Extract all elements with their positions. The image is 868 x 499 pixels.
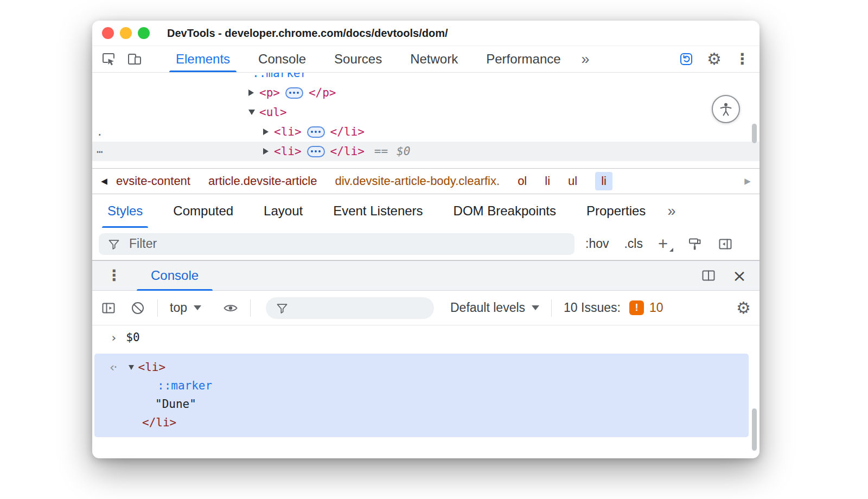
accessibility-person-icon: [718, 101, 733, 117]
clipped-text: .: [97, 126, 103, 138]
expand-arrow-icon[interactable]: [263, 129, 269, 135]
dom-tree: ::marker <p> </p> <ul> . <li> </li> ⋯ <l…: [92, 73, 760, 168]
execution-context-selector[interactable]: top: [170, 300, 201, 315]
tab-styles[interactable]: Styles: [92, 194, 158, 228]
console-command-echo[interactable]: › $0: [92, 325, 760, 349]
styles-filter-bar: :hov .cls +: [92, 228, 760, 260]
styles-sidebar-tabs: Styles Computed Layout Event Listeners D…: [92, 194, 760, 228]
tab-performance[interactable]: Performance: [472, 46, 575, 72]
console-settings-icon[interactable]: ⚙: [736, 300, 751, 316]
element-breadcrumbs: ◀ evsite-content article.devsite-article…: [92, 168, 760, 194]
filter-funnel-icon: [276, 302, 289, 315]
breadcrumb-item[interactable]: li: [545, 174, 550, 188]
collapse-arrow-icon[interactable]: [248, 110, 255, 115]
tab-computed[interactable]: Computed: [158, 194, 248, 228]
drawer-menu-icon[interactable]: ⋮: [92, 261, 131, 290]
split-panel-icon[interactable]: [701, 268, 716, 283]
output-arrow-icon: ‹·: [110, 360, 117, 374]
filter-funnel-icon: [107, 238, 120, 251]
console-sidebar-icon[interactable]: [101, 300, 116, 316]
console-scrollbar[interactable]: [752, 408, 757, 451]
tree-scrollbar[interactable]: [752, 124, 757, 143]
new-style-rule-button[interactable]: +: [658, 235, 672, 252]
settings-gear-icon[interactable]: ⚙: [707, 51, 722, 67]
console-filter-input[interactable]: [296, 301, 452, 315]
breadcrumb-item[interactable]: evsite-content: [116, 174, 190, 188]
breadcrumb-right-icon[interactable]: ▶: [736, 177, 760, 185]
tree-row-marker[interactable]: ::marker: [92, 73, 760, 83]
tab-sources[interactable]: Sources: [320, 46, 396, 72]
devtools-window: DevTools - developer.chrome.com/docs/dev…: [92, 21, 760, 458]
chevron-down-icon: [532, 305, 539, 310]
accessibility-button[interactable]: [712, 95, 740, 123]
tree-row-p[interactable]: <p> </p>: [92, 83, 760, 103]
rendering-emulation-icon[interactable]: [687, 236, 703, 252]
expand-arrow-icon[interactable]: [248, 89, 254, 96]
dock-sidebar-icon[interactable]: [718, 236, 733, 252]
tab-dom-breakpoints[interactable]: DOM Breakpoints: [438, 194, 571, 228]
breadcrumb-item[interactable]: ol: [518, 174, 527, 188]
close-window-button[interactable]: [102, 27, 114, 39]
style-filter-field[interactable]: [99, 233, 575, 255]
tree-row-li-selected[interactable]: ⋯ <li> </li> == $0: [92, 142, 760, 161]
console-result-selected[interactable]: ‹· <li> ::marker "Dune" </li>: [94, 354, 749, 437]
close-drawer-icon[interactable]: ×: [732, 267, 746, 284]
style-filter-input[interactable]: [129, 236, 566, 251]
breadcrumb-item-selected[interactable]: li: [595, 172, 612, 190]
drawer-header: ⋮ Console ×: [92, 260, 760, 291]
zoom-window-button[interactable]: [138, 27, 150, 39]
inline-expand-icon[interactable]: [307, 146, 325, 157]
chevron-down-icon: [194, 305, 201, 310]
extension-icon[interactable]: [679, 52, 694, 67]
console-toolbar: top Default levels 10 Issues: ! 10 ⚙: [92, 291, 760, 325]
panel-tabs: Elements Console Sources Network Perform…: [162, 46, 575, 72]
toggle-class-button[interactable]: .cls: [624, 236, 643, 251]
log-levels-selector[interactable]: Default levels: [450, 300, 539, 315]
create-live-expression-icon[interactable]: [223, 300, 238, 316]
dollar-zero-hint: $0: [397, 145, 410, 158]
breadcrumb-item[interactable]: div.devsite-article-body.clearfix.: [335, 174, 500, 188]
console-filter-field[interactable]: [266, 297, 434, 319]
window-controls: [102, 27, 150, 39]
drawer-tab-console[interactable]: Console: [137, 261, 213, 290]
console-messages: › $0 ‹· <li> ::marker "Dune" </li>: [92, 325, 760, 458]
breadcrumb-left-icon[interactable]: ◀: [92, 177, 116, 185]
command-prompt-icon: ›: [110, 331, 117, 344]
tab-layout[interactable]: Layout: [248, 194, 318, 228]
window-title: DevTools - developer.chrome.com/docs/dev…: [167, 27, 448, 40]
tree-row-ul[interactable]: <ul>: [92, 103, 760, 122]
titlebar: DevTools - developer.chrome.com/docs/dev…: [92, 21, 760, 46]
tab-event-listeners[interactable]: Event Listeners: [318, 194, 438, 228]
issues-counter[interactable]: 10 Issues: ! 10: [564, 300, 663, 315]
tab-elements[interactable]: Elements: [162, 46, 244, 72]
inline-expand-icon[interactable]: [285, 87, 303, 99]
kebab-menu-icon[interactable]: ⋮: [735, 52, 750, 67]
tab-console[interactable]: Console: [244, 46, 320, 72]
collapse-arrow-icon[interactable]: [129, 365, 134, 370]
breadcrumb: evsite-content article.devsite-article d…: [116, 172, 736, 190]
clear-console-icon[interactable]: [130, 300, 145, 316]
more-style-tabs-icon[interactable]: »: [661, 194, 682, 228]
devtools-toolbar: Elements Console Sources Network Perform…: [92, 46, 760, 73]
issue-warning-icon: !: [629, 300, 644, 315]
tab-properties[interactable]: Properties: [571, 194, 661, 228]
breadcrumb-item[interactable]: article.devsite-article: [208, 174, 317, 188]
device-toolbar-icon[interactable]: [127, 52, 142, 67]
expand-arrow-icon[interactable]: [263, 148, 269, 155]
tree-row-li-1[interactable]: . <li> </li>: [92, 122, 760, 142]
breadcrumb-item[interactable]: ul: [568, 174, 577, 188]
inspect-element-icon[interactable]: [101, 52, 116, 67]
inline-expand-icon[interactable]: [307, 126, 325, 138]
clipped-text: ⋯: [97, 145, 103, 157]
tab-network[interactable]: Network: [396, 46, 472, 72]
more-tabs-icon[interactable]: »: [575, 46, 596, 72]
toggle-element-state-button[interactable]: :hov: [585, 236, 609, 251]
minimize-window-button[interactable]: [120, 27, 132, 39]
